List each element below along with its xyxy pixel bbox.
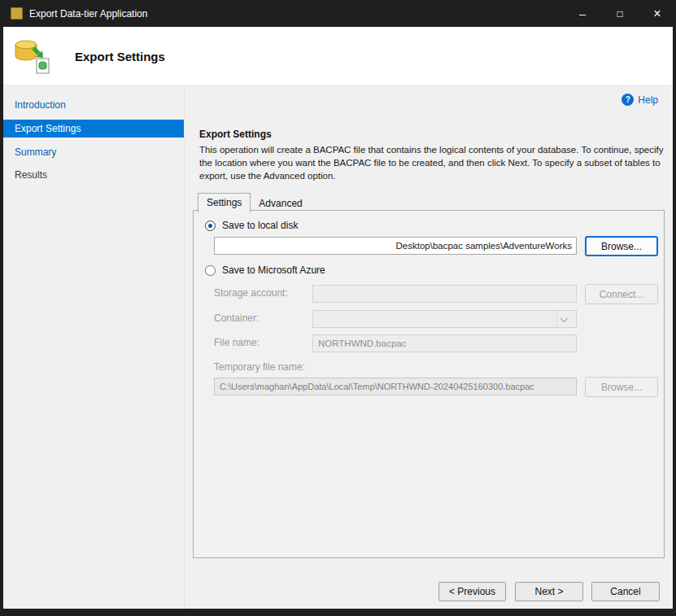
export-database-icon (13, 37, 52, 79)
maximize-button[interactable]: □ (601, 0, 639, 27)
browse-azure-button: Browse... (585, 377, 658, 397)
next-button[interactable]: Next > (515, 582, 583, 601)
browse-local-button[interactable]: Browse... (585, 236, 658, 256)
sidebar-item-label: Introduction (15, 99, 66, 111)
window-title: Export Data-tier Application (29, 8, 147, 20)
cancel-button[interactable]: Cancel (591, 582, 660, 601)
save-to-local-disk-radio[interactable]: Save to local disk (205, 220, 298, 231)
sidebar-item-results[interactable]: Results (3, 166, 184, 184)
chevron-down-icon (560, 314, 569, 322)
minimize-button[interactable]: – (564, 0, 601, 27)
wizard-content: ? Help Export Settings This operation wi… (185, 85, 673, 609)
help-label: Help (638, 94, 658, 106)
settings-tab-panel: Save to local disk Desktop\bacpac sample… (193, 210, 665, 558)
file-name-label: File name: (214, 337, 259, 348)
settings-tabstrip: Settings Advanced (198, 193, 311, 212)
section-heading: Export Settings (199, 129, 272, 140)
sidebar-item-label: Export Settings (15, 123, 81, 134)
sidebar-item-summary[interactable]: Summary (3, 143, 184, 161)
help-link[interactable]: ? Help (621, 94, 658, 106)
sidebar-item-introduction[interactable]: Introduction (3, 96, 184, 114)
page-title: Export Settings (75, 50, 165, 63)
wizard-steps-sidebar: Introduction Export Settings Summary Res… (3, 85, 185, 609)
temporary-file-name-input: C:\Users\maghan\AppData\Local\Temp\NORTH… (214, 378, 577, 395)
close-icon: × (653, 7, 661, 21)
sidebar-item-label: Summary (15, 146, 56, 158)
sidebar-item-label: Results (15, 169, 47, 181)
radio-label: Save to local disk (222, 220, 298, 231)
dialog-surface: Export Settings Introduction Export Sett… (3, 27, 673, 609)
container-label: Container: (214, 312, 259, 324)
export-data-tier-application-window: Export Data-tier Application – □ × (0, 0, 676, 616)
container-select (312, 310, 577, 328)
save-to-azure-radio[interactable]: Save to Microsoft Azure (205, 264, 325, 276)
temporary-file-name-label: Temporary file name: (214, 361, 305, 373)
sidebar-item-export-settings[interactable]: Export Settings (3, 120, 184, 138)
minimize-icon: – (579, 7, 586, 20)
window-controls: – □ × (564, 0, 676, 27)
file-name-input: NORTHWND.bacpac (312, 334, 577, 352)
local-path-input[interactable]: Desktop\bacpac samples\AdventureWorks (214, 237, 577, 255)
maximize-icon: □ (617, 8, 622, 20)
app-icon (11, 7, 23, 20)
tab-advanced[interactable]: Advanced (251, 195, 310, 212)
radio-label: Save to Microsoft Azure (222, 264, 325, 276)
section-description: This operation will create a BACPAC file… (199, 143, 665, 182)
storage-account-input (312, 285, 577, 303)
close-button[interactable]: × (639, 0, 676, 27)
storage-account-label: Storage account: (214, 287, 288, 299)
radio-checked-icon (205, 221, 216, 231)
tab-settings[interactable]: Settings (198, 193, 251, 213)
help-icon: ? (621, 94, 634, 106)
titlebar: Export Data-tier Application – □ × (0, 0, 676, 27)
wizard-header: Export Settings (3, 27, 673, 85)
previous-button[interactable]: < Previous (438, 582, 506, 601)
chevron-box (556, 311, 571, 327)
connect-button: Connect... (585, 284, 658, 304)
radio-unchecked-icon (205, 265, 216, 276)
